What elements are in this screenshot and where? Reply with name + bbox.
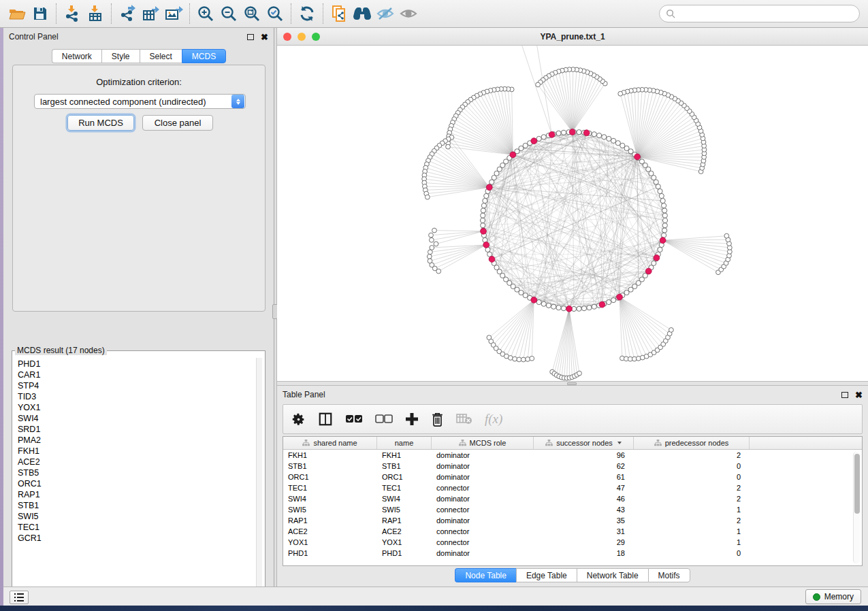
cell-shared-name[interactable]: ACE2 — [283, 526, 377, 537]
cell-successor-nodes[interactable]: 96 — [534, 450, 634, 461]
search-input[interactable] — [676, 7, 859, 20]
settings-icon[interactable] — [291, 412, 306, 427]
cell-shared-name[interactable]: ORC1 — [283, 472, 377, 482]
save-session-icon[interactable] — [29, 3, 52, 24]
cell-predecessor-nodes[interactable]: 2 — [634, 493, 750, 504]
zoom-selected-icon[interactable] — [263, 3, 287, 24]
mcds-hub-node[interactable] — [549, 131, 555, 137]
import-network-icon[interactable] — [61, 3, 84, 24]
cell-shared-name[interactable]: SWI4 — [283, 493, 377, 504]
tab-network-table[interactable]: Network Table — [577, 568, 648, 582]
import-table-icon[interactable] — [84, 3, 107, 24]
cell-MCDS-role[interactable]: connector — [432, 504, 534, 515]
cell-MCDS-role[interactable]: dominator — [432, 493, 534, 504]
cell-predecessor-nodes[interactable]: 1 — [634, 537, 750, 548]
cell-successor-nodes[interactable]: 62 — [534, 461, 634, 472]
cell-successor-nodes[interactable]: 46 — [534, 493, 634, 504]
columns-icon[interactable] — [318, 412, 333, 427]
tab-mcds[interactable]: MCDS — [182, 49, 226, 63]
mcds-result-item[interactable]: PHD1 — [18, 359, 259, 369]
table-row[interactable]: SWI4SWI4dominator462 — [283, 493, 862, 504]
mcds-result-item[interactable]: SWI5 — [18, 511, 259, 522]
cell-name[interactable]: FKH1 — [377, 450, 432, 461]
mcds-result-item[interactable]: STB5 — [18, 467, 259, 478]
mcds-result-item[interactable]: SWI4 — [18, 413, 259, 424]
mcds-hub-node[interactable] — [569, 129, 575, 135]
table-row[interactable]: PHD1PHD1dominator180 — [283, 548, 862, 559]
cell-name[interactable]: PHD1 — [377, 548, 432, 559]
add-column-icon[interactable] — [405, 412, 419, 426]
network-window-titlebar[interactable]: YPA_prune.txt_1 — [277, 28, 868, 46]
cell-name[interactable]: SWI5 — [377, 504, 432, 515]
cell-predecessor-nodes[interactable]: 1 — [634, 504, 750, 515]
table-row[interactable]: ACE2ACE2connector311 — [283, 526, 862, 537]
cell-name[interactable]: STB1 — [377, 461, 432, 472]
cell-successor-nodes[interactable]: 43 — [534, 504, 634, 515]
tab-style[interactable]: Style — [101, 49, 140, 63]
cell-successor-nodes[interactable]: 47 — [534, 482, 634, 493]
cell-MCDS-role[interactable]: dominator — [432, 515, 534, 526]
table-scrollbar[interactable] — [853, 452, 860, 563]
cell-predecessor-nodes[interactable]: 2 — [634, 450, 750, 461]
mcds-hub-node[interactable] — [486, 184, 492, 191]
table-row[interactable]: SWI5SWI5connector431 — [283, 504, 862, 515]
zoom-fit-icon[interactable] — [240, 3, 263, 24]
cell-shared-name[interactable]: FKH1 — [283, 450, 377, 461]
node-table[interactable]: shared namenameMCDS rolesuccessor nodesp… — [283, 436, 863, 566]
mcds-hub-node[interactable] — [489, 257, 495, 263]
table-row[interactable]: FKH1FKH1dominator962 — [283, 450, 862, 461]
splitter-handle[interactable] — [567, 382, 577, 385]
cell-MCDS-role[interactable]: dominator — [432, 461, 534, 472]
mcds-hub-node[interactable] — [531, 297, 537, 303]
tab-network[interactable]: Network — [52, 49, 101, 63]
cell-name[interactable]: SWI4 — [377, 493, 432, 504]
column-header-MCDS-role[interactable]: MCDS role — [432, 437, 534, 449]
deselect-all-icon[interactable] — [375, 414, 393, 424]
float-panel-icon[interactable] — [247, 34, 254, 40]
memory-button[interactable]: Memory — [805, 589, 861, 604]
mcds-hub-node[interactable] — [654, 255, 660, 261]
tab-node-table[interactable]: Node Table — [455, 568, 516, 582]
table-row[interactable]: YOX1YOX1connector291 — [283, 537, 862, 548]
open-file-icon[interactable] — [5, 3, 29, 24]
column-header-predecessor-nodes[interactable]: predecessor nodes — [634, 437, 750, 449]
close-panel-icon[interactable]: ✖ — [855, 391, 863, 399]
status-menu-button[interactable] — [10, 591, 29, 604]
cell-MCDS-role[interactable]: connector — [432, 537, 534, 548]
mcds-result-item[interactable]: FKH1 — [18, 446, 259, 457]
mcds-result-item[interactable]: SRD1 — [18, 424, 259, 435]
mcds-hub-node[interactable] — [583, 130, 590, 136]
table-row[interactable]: TEC1TEC1connector472 — [283, 482, 862, 493]
mcds-hub-node[interactable] — [660, 237, 666, 244]
delete-column-icon[interactable] — [431, 412, 444, 427]
cell-shared-name[interactable]: TEC1 — [283, 482, 377, 493]
cell-MCDS-role[interactable]: connector — [432, 482, 534, 493]
criterion-select[interactable]: largest connected component (undirected) — [34, 94, 246, 109]
mcds-result-item[interactable]: TID3 — [18, 391, 259, 402]
cell-successor-nodes[interactable]: 31 — [534, 526, 634, 537]
cell-predecessor-nodes[interactable]: 1 — [634, 526, 750, 537]
cell-shared-name[interactable]: PHD1 — [283, 548, 377, 559]
tab-motifs[interactable]: Motifs — [648, 568, 690, 582]
mcds-hub-node[interactable] — [483, 242, 489, 248]
mcds-hub-node[interactable] — [481, 228, 487, 234]
cell-MCDS-role[interactable]: dominator — [432, 548, 534, 559]
copy-network-icon[interactable] — [327, 3, 351, 24]
mcds-result-item[interactable]: YOX1 — [18, 402, 259, 413]
mcds-result-item[interactable]: RAP1 — [18, 489, 259, 500]
mcds-list-scrollbar[interactable] — [256, 358, 262, 595]
run-mcds-button[interactable]: Run MCDS — [67, 115, 134, 131]
table-row[interactable]: ORC1ORC1dominator610 — [283, 472, 862, 482]
tab-edge-table[interactable]: Edge Table — [516, 568, 577, 582]
column-header-shared-name[interactable]: shared name — [283, 437, 377, 449]
search-network-icon[interactable] — [351, 3, 374, 24]
cell-successor-nodes[interactable]: 18 — [534, 548, 634, 559]
scrollbar-thumb[interactable] — [854, 454, 860, 514]
export-image-icon[interactable] — [162, 3, 185, 24]
column-header-successor-nodes[interactable]: successor nodes — [534, 437, 634, 449]
mcds-result-item[interactable]: ORC1 — [18, 478, 259, 489]
cell-MCDS-role[interactable]: connector — [432, 526, 534, 537]
float-panel-icon[interactable] — [841, 392, 848, 398]
cell-shared-name[interactable]: STB1 — [283, 461, 377, 472]
cell-name[interactable]: TEC1 — [377, 482, 432, 493]
